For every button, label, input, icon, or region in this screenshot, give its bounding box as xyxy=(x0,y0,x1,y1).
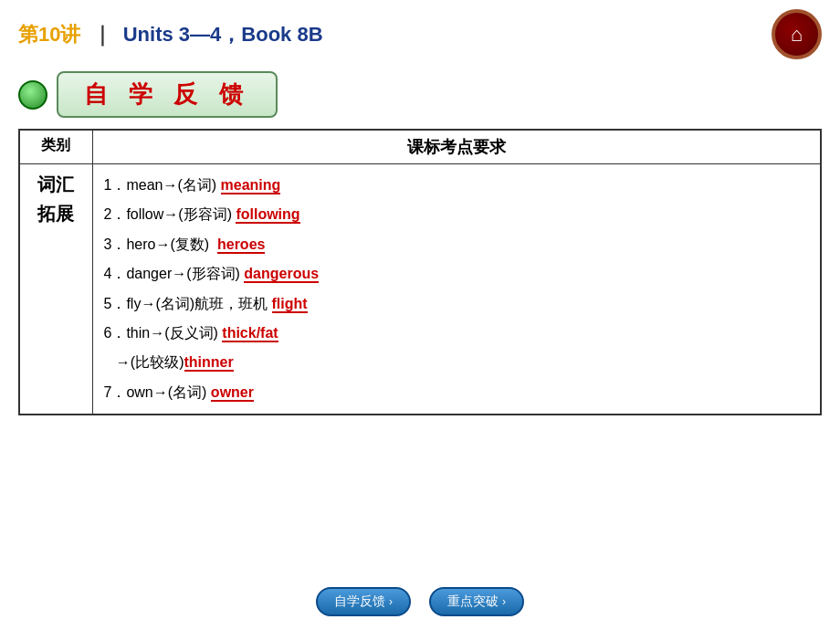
title-en: Units 3—4，Book 8B xyxy=(123,23,323,46)
answer-2: following xyxy=(236,206,299,224)
table-row: 词汇拓展 1．mean→(名词) meaning 2．follow→(形容词) … xyxy=(19,164,821,415)
answer-6: thick/fat xyxy=(222,325,278,342)
answer-3: heroes xyxy=(217,236,265,254)
answer-1: meaning xyxy=(221,177,281,194)
col-header-category: 类别 xyxy=(19,130,92,164)
answer-4: dangerous xyxy=(244,266,319,283)
content-cell: 1．mean→(名词) meaning 2．follow→(形容词) follo… xyxy=(92,164,821,415)
vocab-table: 类别 课标考点要求 词汇拓展 1．mean→(名词) meaning 2．fol… xyxy=(18,129,822,415)
main-content: 类别 课标考点要求 词汇拓展 1．mean→(名词) meaning 2．fol… xyxy=(18,129,822,415)
header: 第10讲 ｜ Units 3—4，Book 8B ⌂ xyxy=(0,0,840,64)
answer-8: owner xyxy=(211,384,254,402)
category-cell: 词汇拓展 xyxy=(19,164,92,415)
nav-btn-zixue[interactable]: 自学反馈 › xyxy=(316,587,411,616)
nav-arrow-2: › xyxy=(502,595,506,608)
nav-btn-zhongdian-label: 重点突破 xyxy=(447,593,499,610)
home-icon: ⌂ xyxy=(791,23,803,47)
bottom-navigation: 自学反馈 › 重点突破 › xyxy=(316,587,524,616)
item-4: 4．danger→(形容词) dangerous xyxy=(104,260,810,288)
category-label: 词汇拓展 xyxy=(31,170,81,228)
item-7: →(比较级)thinner xyxy=(104,349,810,376)
home-button[interactable]: ⌂ xyxy=(772,9,822,59)
col-header-requirements: 课标考点要求 xyxy=(92,130,821,164)
nav-btn-zixue-label: 自学反馈 xyxy=(334,593,385,610)
nav-btn-zhongdian[interactable]: 重点突破 › xyxy=(429,587,524,616)
title-zh: 第10讲 xyxy=(18,23,80,46)
item-1: 1．mean→(名词) meaning xyxy=(104,172,810,199)
nav-arrow-1: › xyxy=(389,595,393,608)
item-2: 2．follow→(形容词) following xyxy=(104,201,810,228)
item-8: 7．own→(名词) owner xyxy=(104,379,810,406)
answer-5: flight xyxy=(272,296,308,313)
section-text-box: 自 学 反 馈 xyxy=(57,71,278,118)
item-6: 6．thin→(反义词) thick/fat xyxy=(104,320,810,347)
section-label-container: 自 学 反 馈 xyxy=(18,71,822,118)
separator: ｜ xyxy=(92,23,112,46)
green-circle-icon xyxy=(18,80,47,110)
answer-7: thinner xyxy=(184,354,234,372)
item-3: 3．hero→(复数) heroes xyxy=(104,231,810,258)
page-title: 第10讲 ｜ Units 3—4，Book 8B xyxy=(18,21,323,48)
item-5: 5．fly→(名词)航班，班机 flight xyxy=(104,290,810,318)
section-title: 自 学 反 馈 xyxy=(84,80,250,108)
